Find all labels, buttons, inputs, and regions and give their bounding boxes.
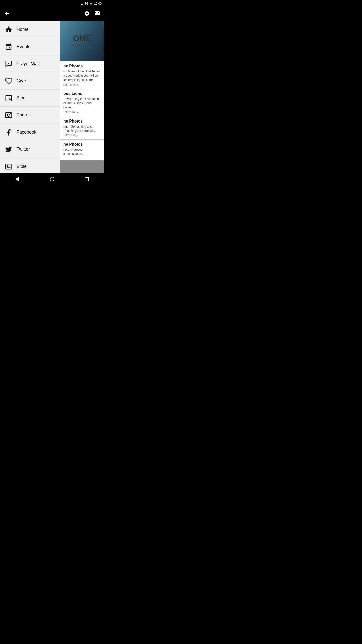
- sidebar-item-twitter[interactable]: Twitter: [0, 141, 60, 158]
- mail-button[interactable]: [94, 10, 100, 18]
- toolbar-actions: [84, 10, 100, 18]
- back-button[interactable]: [4, 10, 10, 18]
- bg-item-4-text: note: nforeseen circumstance...: [63, 148, 101, 156]
- toolbar: [0, 7, 104, 21]
- main-area: Home Events Prayer Wall: [0, 21, 104, 173]
- sidebar-item-give[interactable]: Give: [0, 72, 60, 90]
- bg-item-1-text: confident of this, that he an a good wor…: [63, 69, 101, 82]
- sidebar-item-blog[interactable]: Blog: [0, 90, 60, 107]
- sidebar-item-events[interactable]: Events: [0, 38, 60, 55]
- bg-item-3: ne Photos rmon Series: ting and Reaching…: [60, 116, 104, 140]
- sidebar-item-facebook[interactable]: Facebook: [0, 124, 60, 141]
- network-type: 4G: [84, 2, 88, 5]
- home-icon: [4, 25, 13, 34]
- header-text-line1: OME: [73, 34, 92, 43]
- bg-item-2: bus Lions David doing the invocation olu…: [60, 89, 104, 116]
- sidebar-item-bible[interactable]: Bible: [0, 158, 60, 173]
- sidebar-item-give-label: Give: [17, 78, 26, 84]
- sidebar-item-events-label: Events: [17, 44, 30, 49]
- sidebar-item-home[interactable]: Home: [0, 21, 60, 38]
- recent-nav-button[interactable]: [82, 174, 92, 184]
- facebook-icon: [4, 128, 13, 137]
- bg-item-3-text: rmon Series: ting and Reaching the nerat…: [63, 125, 101, 133]
- back-nav-icon: [15, 177, 19, 182]
- prayer-icon: [4, 59, 13, 68]
- twitter-icon: [4, 145, 13, 154]
- sidebar-item-twitter-label: Twitter: [17, 147, 30, 152]
- battery-icon: ⚡: [89, 2, 93, 5]
- sidebar-item-blog-label: Blog: [17, 95, 26, 101]
- bg-item-2-text: David doing the invocation olumbus Lions…: [63, 97, 101, 109]
- bg-item-3-time: 1/17 12:01pm: [63, 134, 101, 137]
- sidebar-item-bible-label: Bible: [17, 164, 27, 169]
- status-bar: ▲ 4G ⚡ 10:00: [0, 0, 104, 7]
- settings-button[interactable]: [84, 10, 90, 18]
- recent-nav-icon: [85, 177, 89, 181]
- blog-icon: [4, 94, 13, 103]
- svg-rect-5: [6, 113, 12, 118]
- bible-icon: [4, 162, 13, 171]
- bg-item-4: ne Photos note: nforeseen circumstance..…: [60, 140, 104, 160]
- bg-item-3-title: ne Photos: [63, 119, 101, 124]
- sidebar-item-photos[interactable]: Photos: [0, 107, 60, 124]
- svg-point-7: [10, 113, 11, 114]
- sidebar-item-home-label: Home: [17, 27, 29, 32]
- back-nav-button[interactable]: [12, 174, 22, 184]
- bg-item-1: ne Photos confident of this, that he an …: [60, 61, 104, 89]
- sidebar-item-facebook-label: Facebook: [17, 130, 36, 135]
- home-nav-button[interactable]: [47, 174, 57, 184]
- home-nav-icon: [50, 177, 54, 181]
- sidebar-item-prayer-wall[interactable]: Prayer Wall: [0, 55, 60, 72]
- svg-point-6: [7, 114, 10, 116]
- bg-item-1-title: ne Photos: [63, 64, 101, 68]
- give-icon: [4, 76, 13, 86]
- header-text-line2: CH: [73, 43, 92, 49]
- clock: 10:00: [94, 2, 102, 5]
- bottom-nav: [0, 173, 104, 185]
- bg-item-4-title: ne Photos: [63, 142, 101, 147]
- sidebar-item-prayer-wall-label: Prayer Wall: [17, 61, 40, 66]
- signal-icon: ▲: [81, 2, 83, 5]
- background-content: OME CH ne Photos confident of this, that…: [60, 21, 104, 173]
- sidebar-item-photos-label: Photos: [17, 112, 31, 118]
- header-image: OME CH: [60, 21, 104, 61]
- photos-icon: [4, 111, 13, 120]
- navigation-drawer: Home Events Prayer Wall: [0, 21, 60, 173]
- bg-item-2-time: 1/17 3:14pm: [63, 111, 101, 114]
- events-icon: [4, 42, 13, 51]
- bg-item-2-title: bus Lions: [63, 91, 101, 96]
- bg-item-1-time: 0/17 3:40pm: [63, 83, 101, 86]
